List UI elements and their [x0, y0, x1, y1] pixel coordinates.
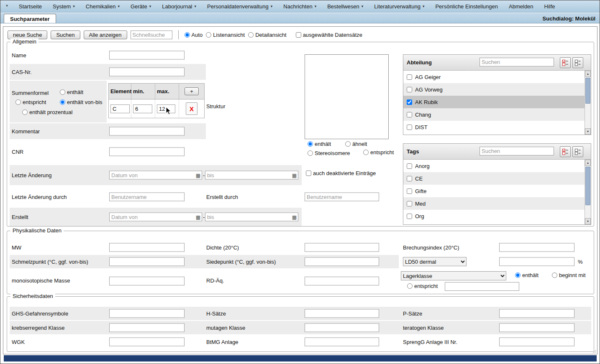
ghs-input[interactable]	[109, 309, 185, 318]
show-all-button[interactable]: Alle anzeigen	[84, 31, 127, 39]
p-saetze-input[interactable]	[499, 309, 574, 318]
calendar-icon[interactable]: ▦	[292, 173, 297, 178]
formula-percent-option[interactable]: enthält prozentual	[22, 109, 72, 115]
tag-item-checkbox[interactable]	[407, 201, 412, 206]
tags-check-all-button[interactable]	[560, 146, 571, 157]
brechungsindex-input[interactable]	[499, 243, 574, 252]
lager-contains-option[interactable]: enthält	[515, 272, 538, 278]
mw-input[interactable]	[109, 243, 185, 252]
structure-contains-radio[interactable]	[308, 141, 313, 147]
tags-uncheck-all-button[interactable]	[572, 146, 583, 157]
structure-stereo-option[interactable]: Stereoisomere	[308, 150, 350, 156]
lager-contains-radio[interactable]	[515, 272, 521, 278]
abteilung-uncheck-all-button[interactable]	[572, 57, 583, 68]
menu-item-system[interactable]: System▾	[47, 0, 80, 12]
new-search-button[interactable]: neue Suche	[8, 31, 47, 39]
abteilung-item-checkbox[interactable]	[407, 99, 412, 105]
krebserregend-input[interactable]	[109, 323, 185, 332]
search-button[interactable]: Suchen	[51, 31, 80, 39]
lager-begins-option[interactable]: beginnt mit	[552, 272, 586, 278]
dichte-input[interactable]	[305, 243, 379, 252]
structure-equals-radio[interactable]	[363, 150, 369, 155]
comment-input[interactable]	[109, 127, 185, 136]
siedepunkt-input[interactable]	[305, 257, 379, 266]
tag-item-checkbox[interactable]	[407, 214, 412, 219]
schmelzpunkt-input[interactable]	[109, 257, 185, 266]
abteilung-item[interactable]: AG Geiger	[403, 71, 585, 83]
name-input[interactable]	[109, 51, 185, 60]
cnr-input[interactable]	[109, 148, 185, 156]
calendar-icon[interactable]: ▦	[196, 214, 200, 219]
formula-percent-radio[interactable]	[22, 109, 28, 115]
menu-item-favorites[interactable]: *	[0, 0, 13, 12]
deactivated-entries-option[interactable]: auch deaktivierte Einträge	[306, 170, 376, 176]
deactivated-entries-checkbox[interactable]	[306, 171, 311, 176]
menu-item-hilfe[interactable]: Hilfe	[539, 0, 561, 12]
btmg-input[interactable]	[305, 338, 379, 346]
teratogen-input[interactable]	[499, 323, 574, 332]
structure-editor-area[interactable]	[305, 54, 389, 139]
menu-item-nachrichten[interactable]: Nachrichten▾	[278, 0, 322, 12]
lagerklasse-select[interactable]: Lagerklasse	[401, 271, 506, 280]
formula-element-input[interactable]	[110, 104, 130, 113]
scroll-up-icon[interactable]: ▲	[585, 160, 591, 166]
tag-item[interactable]: CE	[403, 172, 585, 185]
abteilung-item-checkbox[interactable]	[407, 125, 412, 130]
sprengg-input[interactable]	[499, 338, 574, 346]
selected-records-option[interactable]: ausgewählte Datensätze	[296, 32, 362, 38]
tab-suchparameter[interactable]: Suchparameter	[4, 14, 56, 23]
add-element-button[interactable]: +	[185, 87, 199, 95]
calendar-icon[interactable]: ▦	[292, 214, 297, 219]
abteilung-item-checkbox[interactable]	[407, 74, 412, 80]
view-auto-radio[interactable]	[185, 32, 190, 38]
formula-range-radio[interactable]	[60, 99, 65, 105]
formula-contains-option[interactable]: enthält	[60, 89, 83, 95]
mutagen-input[interactable]	[305, 323, 379, 332]
abteilung-item[interactable]: AK Rubik	[403, 96, 585, 108]
menu-item-chemikalien[interactable]: Chemikalien▾	[80, 0, 125, 12]
tag-item-checkbox[interactable]	[407, 188, 412, 194]
scroll-up-icon[interactable]: ▲	[585, 71, 591, 77]
formula-contains-radio[interactable]	[60, 89, 65, 95]
created-date-from-input[interactable]	[109, 213, 202, 221]
ld50-value-input[interactable]	[499, 257, 574, 266]
formula-range-option[interactable]: enthält von-bis	[60, 99, 103, 105]
menu-item-geraete[interactable]: Geräte▾	[125, 0, 156, 12]
tag-item[interactable]: Org	[403, 210, 585, 222]
abteilung-scrollbar[interactable]: ▲ ▼	[585, 71, 591, 135]
remove-element-button[interactable]: X	[186, 102, 197, 115]
tags-scroll-thumb[interactable]	[585, 167, 590, 205]
tag-item[interactable]: Med	[403, 197, 585, 210]
menu-item-laborjournal[interactable]: Laborjournal▾	[156, 0, 202, 12]
rd-aeq-input[interactable]	[305, 277, 379, 285]
scroll-down-icon[interactable]: ▼	[585, 128, 591, 135]
created-by-input[interactable]	[305, 193, 379, 201]
abteilung-scroll-thumb[interactable]	[585, 78, 590, 104]
formula-equals-option[interactable]: entspricht	[15, 99, 46, 105]
menu-item-literaturverwaltung[interactable]: Literaturverwaltung▾	[369, 0, 430, 12]
last-change-date-to-input[interactable]	[205, 171, 298, 180]
last-change-date-from-input[interactable]	[109, 171, 202, 180]
view-detail-radio[interactable]	[248, 32, 254, 38]
h-saetze-input[interactable]	[305, 309, 379, 318]
tag-item[interactable]: Anorg	[403, 160, 585, 172]
view-list-option[interactable]: Listenansicht	[206, 32, 245, 38]
menu-item-personaldatenverwaltung[interactable]: Personaldatenverwaltung▾	[202, 0, 278, 12]
abteilung-item[interactable]: DIST	[403, 121, 585, 133]
wgk-input[interactable]	[109, 338, 185, 346]
abteilung-check-all-button[interactable]	[560, 57, 571, 68]
lager-equals-option[interactable]: entspricht	[407, 283, 438, 289]
structure-similar-option[interactable]: ähnelt	[345, 141, 367, 147]
menu-item-persoenliche-einstellungen[interactable]: Persönliche Einstellungen	[430, 0, 503, 12]
abteilung-item[interactable]: Chang	[403, 108, 585, 121]
tag-item-checkbox[interactable]	[407, 176, 412, 181]
structure-similar-radio[interactable]	[345, 141, 351, 147]
view-auto-option[interactable]: Auto	[185, 32, 203, 38]
quick-search-input[interactable]	[131, 31, 172, 39]
view-list-radio[interactable]	[206, 32, 211, 38]
lagerklasse-value-input[interactable]	[445, 282, 519, 291]
cas-input[interactable]	[109, 68, 185, 76]
abteilung-item-checkbox[interactable]	[407, 112, 412, 117]
tag-item[interactable]: Gifte	[403, 185, 585, 197]
created-date-to-input[interactable]	[205, 213, 298, 221]
